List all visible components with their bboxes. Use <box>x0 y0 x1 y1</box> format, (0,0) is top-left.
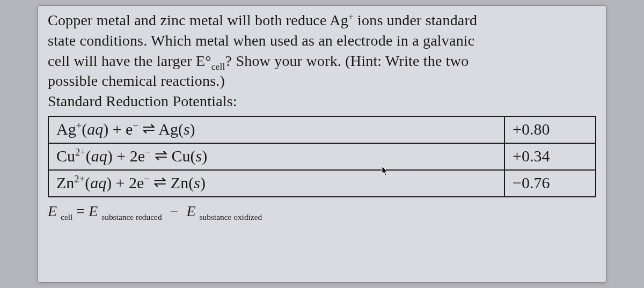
question-line-1: Copper metal and zinc metal will both re… <box>48 12 477 28</box>
potential-cell: +0.34 <box>504 143 596 170</box>
formula-sub-oxidized: substance oxidized <box>200 212 262 221</box>
potential-cell: −0.76 <box>504 170 596 197</box>
formula-equals: = <box>76 203 89 219</box>
reaction-cell: Cu2+(aq) + 2e− ⇌ Cu(s) <box>48 143 504 170</box>
ecell-formula: E cell = E substance reduced − E substan… <box>48 203 596 222</box>
question-line-4: possible chemical reactions.) <box>48 72 225 89</box>
question-text: Copper metal and zinc metal will both re… <box>48 10 596 112</box>
question-line-3: cell will have the larger E°cell? Show y… <box>48 53 469 69</box>
formula-E-ox: E <box>186 203 195 219</box>
question-line-5: Standard Reduction Potentials: <box>48 93 237 109</box>
formula-sub-cell: cell <box>61 212 72 221</box>
table-row: Zn2+(aq) + 2e− ⇌ Zn(s) −0.76 <box>48 170 596 197</box>
table-row: Ag+(aq) + e− ⇌ Ag(s) +0.80 <box>48 116 596 143</box>
reaction-cell: Ag+(aq) + e− ⇌ Ag(s) <box>48 116 504 143</box>
potentials-table: Ag+(aq) + e− ⇌ Ag(s) +0.80 Cu2+(aq) + 2e… <box>48 116 596 197</box>
formula-minus: − <box>170 203 179 219</box>
question-line-2: state conditions. Which metal when used … <box>48 32 474 49</box>
reaction-cell: Zn2+(aq) + 2e− ⇌ Zn(s) <box>48 170 504 197</box>
formula-E-red: E <box>89 203 98 219</box>
document-container: Copper metal and zinc metal will both re… <box>38 5 606 283</box>
formula-sub-reduced: substance reduced <box>101 212 162 221</box>
formula-E-cell: E <box>48 203 57 219</box>
table-row: Cu2+(aq) + 2e− ⇌ Cu(s) +0.34 <box>48 143 596 170</box>
potential-cell: +0.80 <box>504 116 596 143</box>
